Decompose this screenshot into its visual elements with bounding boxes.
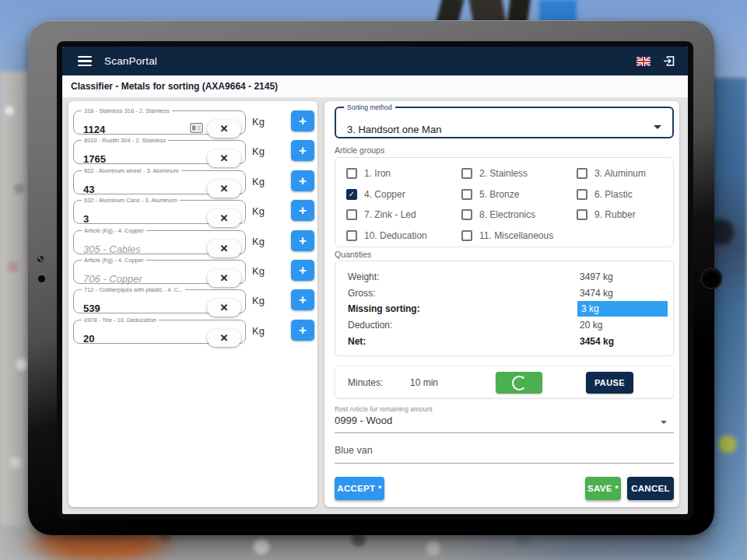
quantities-label: Quantities — [335, 250, 371, 259]
article-field-label: 712 - Cobberpipes with plastic - 4. C... — [82, 287, 185, 293]
app-bar: ScanPortal — [62, 47, 688, 75]
article-field: Article (Kg) - 4. Copper ✕ — [73, 257, 246, 284]
article-weight-input[interactable] — [82, 302, 177, 315]
loading-spinner-icon — [512, 376, 527, 390]
checkbox-icon[interactable] — [346, 230, 357, 241]
cancel-button[interactable]: CANCEL — [627, 477, 674, 500]
article-weight-input[interactable] — [82, 183, 177, 196]
checkbox-icon[interactable] — [461, 230, 472, 241]
unit-label: Kg — [252, 325, 265, 337]
sorting-method-select[interactable]: Sorting method 3. Handsort one Man — [335, 104, 674, 138]
minutes-label: Minutes: — [348, 377, 383, 388]
home-button[interactable] — [700, 268, 722, 289]
clear-button[interactable]: ✕ — [207, 269, 241, 287]
checkbox-icon[interactable] — [346, 189, 357, 200]
timer-running-button[interactable] — [496, 372, 542, 394]
unit-label: Kg — [252, 205, 265, 217]
articles-panel: 316 - Stainless 316 - 2. Stainless ✕ Kg — [68, 101, 317, 507]
checkbox-icon[interactable] — [346, 209, 357, 220]
article-group-label: 4. Copper — [364, 189, 405, 200]
article-row: 8010 - Rustfri 304 - 2. Stainless ✕ Kg + — [73, 138, 313, 165]
numpad-icon[interactable] — [190, 122, 203, 132]
add-button[interactable]: + — [291, 230, 314, 251]
add-button[interactable]: + — [291, 110, 314, 131]
quantity-row: Gross:3474 kg — [335, 285, 673, 302]
article-group-option[interactable]: 10. Deducation — [346, 230, 461, 241]
quantities-box: Weight:3497 kg Gross:3474 kg Missing sor… — [335, 261, 674, 356]
article-group-label: 11. Miscellaneous — [479, 230, 553, 241]
unit-label: Kg — [252, 145, 265, 157]
article-field-label: Article (Kg) - 4. Copper — [82, 257, 146, 264]
article-group-label: 9. Rubber — [594, 209, 636, 220]
article-group-option[interactable]: 6. Plastic — [577, 189, 673, 200]
clear-button[interactable]: ✕ — [207, 240, 241, 257]
article-group-label: 1. Iron — [364, 168, 391, 179]
add-button[interactable]: + — [291, 140, 314, 161]
pause-button[interactable]: PAUSE — [586, 372, 633, 394]
save-button[interactable]: SAVE * — [585, 477, 621, 500]
article-row: Article (Kg) - 4. Copper ✕ Kg + — [73, 228, 313, 255]
add-button[interactable]: + — [291, 320, 314, 341]
quantity-label: Net: — [348, 336, 366, 347]
article-row: 712 - Cobberpipes with plastic - 4. C...… — [73, 287, 313, 314]
article-weight-input[interactable] — [82, 272, 177, 285]
unit-label: Kg — [252, 116, 265, 128]
article-field: 0978 - Tire - 10. Deducation ✕ — [73, 317, 246, 344]
article-row: 316 - Stainless 316 - 2. Stainless ✕ Kg — [73, 108, 313, 135]
article-weight-input[interactable] — [82, 332, 177, 345]
checkbox-icon[interactable] — [577, 168, 587, 179]
uk-flag-icon[interactable] — [637, 57, 651, 66]
note-input[interactable]: Blue van — [335, 445, 373, 456]
clear-button[interactable]: ✕ — [207, 209, 241, 227]
unit-label: Kg — [252, 236, 265, 247]
rest-article-label: Rest Article for remaining amount — [335, 405, 433, 413]
rest-article-select[interactable]: 0999 - Wood — [335, 415, 392, 426]
article-row: Article (Kg) - 4. Copper ✕ Kg + — [73, 257, 313, 285]
clear-button[interactable]: ✕ — [207, 180, 241, 198]
quantity-value: 3 kg — [577, 301, 668, 317]
article-group-option[interactable]: 4. Copper — [346, 189, 461, 200]
checkbox-icon[interactable] — [577, 209, 587, 220]
article-group-option[interactable]: 9. Rubber — [577, 209, 673, 220]
checkbox-icon[interactable] — [346, 168, 357, 179]
article-group-option[interactable]: 7. Zink - Led — [346, 209, 461, 220]
article-weight-input[interactable] — [82, 212, 177, 226]
checkbox-icon[interactable] — [461, 209, 472, 220]
article-group-option[interactable]: 2. Stainless — [461, 168, 577, 179]
checkbox-icon[interactable] — [577, 189, 587, 200]
clear-button[interactable]: ✕ — [207, 149, 241, 167]
article-field: 632 - Aluminum Cans - 3. Aluminum ✕ — [73, 198, 246, 224]
article-group-label: 5. Bronze — [479, 189, 519, 200]
sensor-icon — [38, 275, 45, 282]
logout-icon[interactable] — [662, 54, 675, 68]
article-weight-input[interactable] — [82, 123, 177, 136]
article-weight-input[interactable] — [82, 152, 177, 166]
article-group-option[interactable]: 1. Iron — [346, 168, 461, 179]
camera-icon — [37, 256, 44, 262]
quantity-label: Missing sorting: — [348, 303, 420, 314]
add-button[interactable]: + — [291, 289, 314, 310]
add-button[interactable]: + — [291, 200, 314, 221]
article-field: 712 - Cobberpipes with plastic - 4. C...… — [73, 287, 246, 313]
quantity-value: 20 kg — [580, 320, 602, 331]
article-group-option[interactable]: 11. Miscellaneous — [461, 230, 577, 241]
unit-label: Kg — [252, 295, 265, 306]
quantity-row: Weight:3497 kg — [335, 269, 673, 285]
clear-button[interactable]: ✕ — [207, 329, 241, 347]
sorting-method-value: 3. Handsort one Man — [347, 124, 441, 135]
article-group-option[interactable]: 3. Aluminum — [577, 168, 673, 179]
article-field: 316 - Stainless 316 - 2. Stainless ✕ — [73, 108, 246, 135]
article-weight-input[interactable] — [82, 243, 177, 256]
accept-button[interactable]: ACCEPT * — [335, 477, 384, 500]
clear-button[interactable]: ✕ — [207, 120, 241, 138]
article-group-option[interactable]: 5. Bronze — [461, 189, 577, 200]
checkbox-icon[interactable] — [461, 168, 472, 179]
add-button[interactable]: + — [291, 170, 314, 191]
article-group-option[interactable]: 8. Electronics — [461, 209, 577, 220]
clear-button[interactable]: ✕ — [207, 299, 241, 317]
article-field-label: 8010 - Rustfri 304 - 2. Stainless — [82, 138, 168, 144]
menu-icon[interactable] — [78, 54, 92, 68]
quantity-label: Gross: — [348, 288, 375, 299]
add-button[interactable]: + — [291, 260, 314, 281]
checkbox-icon[interactable] — [461, 189, 472, 200]
